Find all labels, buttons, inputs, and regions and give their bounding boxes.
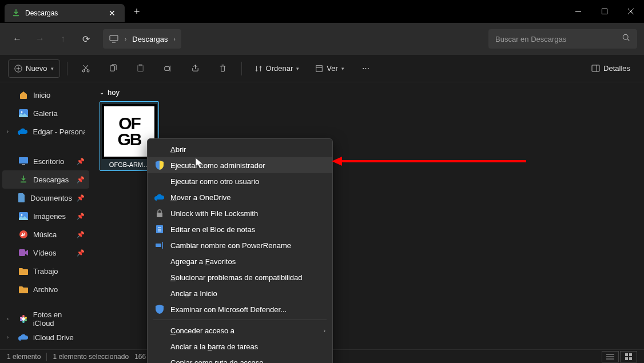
sidebar-item-icloud-photos[interactable]: › Fotos en iCloud [2, 310, 89, 328]
new-button[interactable]: Nuevo ▾ [8, 59, 60, 78]
sidebar-item-home[interactable]: Inicio [2, 86, 89, 104]
sidebar-label: Descargas [33, 175, 69, 184]
desktop-icon [18, 156, 29, 166]
ctx-defender[interactable]: Examinar con Microsoft Defender... [148, 301, 332, 317]
sort-button[interactable]: Ordenar ▾ [249, 59, 305, 78]
defender-icon [154, 304, 165, 314]
svg-rect-44 [156, 244, 161, 247]
group-header[interactable]: ⌄ hoy [100, 88, 636, 97]
ctx-pin-taskbar[interactable]: Anclar a la barra de tareas [148, 338, 332, 354]
ctx-label: Cambiar nombre con PowerRename [170, 241, 325, 250]
pin-icon: 📌 [77, 176, 85, 184]
folder-icon [18, 284, 29, 294]
sidebar-item-desktop[interactable]: Escritorio 📌 [2, 152, 89, 170]
pin-icon: 📌 [77, 249, 85, 257]
chevron-right-icon: › [7, 334, 14, 340]
new-tab-button[interactable]: + [134, 6, 140, 18]
svg-point-29 [21, 214, 23, 216]
more-button[interactable]: ⋯ [355, 59, 377, 78]
svg-rect-4 [110, 35, 118, 41]
svg-point-25 [21, 111, 23, 113]
ctx-edit-notepad[interactable]: Editar en el Bloc de notas [148, 221, 332, 237]
ctx-powerrename[interactable]: Cambiar nombre con PowerRename [148, 237, 332, 253]
tab-close-button[interactable]: ✕ [106, 7, 118, 19]
ctx-grant-access[interactable]: Conceder acceso a › [148, 322, 332, 338]
ctx-label: Examinar con Microsoft Defender... [170, 305, 325, 314]
pin-icon: 📌 [77, 158, 85, 165]
view-list-button[interactable] [602, 351, 619, 362]
svg-rect-18 [165, 67, 169, 71]
ctx-open[interactable]: Abrir [148, 141, 332, 157]
forward-button[interactable]: → [30, 29, 50, 49]
tab-title: Descargas [25, 9, 102, 17]
svg-line-13 [84, 65, 88, 70]
copy-button[interactable] [102, 59, 125, 78]
sidebar-item-downloads[interactable]: Descargas 📌 [2, 170, 89, 189]
svg-rect-1 [602, 9, 607, 14]
svg-point-12 [87, 70, 89, 72]
ctx-unlock[interactable]: Unlock with File Locksmith [148, 205, 332, 221]
share-button[interactable] [184, 59, 207, 78]
refresh-button[interactable]: ⟳ [75, 29, 96, 49]
back-button[interactable]: ← [7, 29, 27, 49]
status-count: 1 elemento [7, 353, 41, 361]
search-icon [622, 34, 630, 44]
ctx-run-admin[interactable]: Ejecutar como administrador [148, 157, 332, 173]
rename-button[interactable] [157, 59, 180, 78]
shield-icon [154, 160, 165, 170]
delete-button[interactable] [212, 59, 234, 78]
chevron-right-icon: › [324, 328, 325, 334]
sort-label: Ordenar [266, 64, 293, 73]
paste-button[interactable] [129, 59, 152, 78]
status-selected: 1 elemento seleccionado [53, 353, 129, 361]
context-menu: Abrir Ejecutar como administrador Ejecut… [147, 138, 333, 363]
onedrive-icon [154, 192, 165, 202]
maximize-button[interactable] [591, 0, 618, 23]
cut-button[interactable] [74, 59, 97, 78]
view-grid-button[interactable] [620, 351, 637, 362]
sidebar-item-gallery[interactable]: Galería [2, 104, 89, 122]
close-button[interactable] [618, 0, 644, 23]
svg-rect-31 [19, 249, 25, 256]
svg-rect-55 [629, 353, 632, 356]
address-bar[interactable]: › Descargas › [103, 29, 181, 49]
tab-descargas[interactable]: Descargas ✕ [5, 4, 125, 22]
svg-point-37 [20, 319, 22, 321]
sidebar-item-videos[interactable]: Vídeos 📌 [2, 244, 89, 262]
svg-rect-20 [316, 65, 323, 71]
svg-rect-56 [625, 357, 628, 360]
sidebar-label: Escritorio [33, 157, 64, 166]
ctx-copy-path[interactable]: Copiar como ruta de acceso [148, 354, 332, 363]
up-button[interactable]: ↑ [53, 29, 73, 49]
sidebar-label: Galería [33, 109, 58, 118]
ctx-run-other[interactable]: Ejecutar como otro usuario [148, 173, 332, 189]
sidebar-item-archive[interactable]: Archivo [2, 280, 89, 298]
documents-icon [17, 193, 26, 203]
ctx-compat[interactable]: Solucionar problemas de compatibilidad [148, 269, 332, 285]
sidebar-label: Documentos [30, 194, 72, 202]
separator [153, 320, 327, 320]
sidebar-item-icloud-drive[interactable]: › iCloud Drive [2, 328, 89, 346]
minimize-button[interactable] [565, 0, 591, 23]
svg-rect-39 [157, 213, 162, 217]
sidebar-item-images[interactable]: Imágenes 📌 [2, 207, 89, 225]
details-label: Detalles [603, 64, 630, 73]
details-pane-button[interactable]: Detalles [586, 59, 636, 78]
ctx-add-favorites[interactable]: Agregar a Favoritos [148, 253, 332, 269]
view-button[interactable]: Ver ▾ [309, 59, 350, 78]
search-input[interactable] [495, 35, 617, 43]
ctx-pin-start[interactable]: Anclar a Inicio [148, 285, 332, 301]
sidebar-label: Vídeos [33, 249, 56, 257]
sidebar-label: Música [33, 230, 57, 239]
chevron-right-icon: › [173, 36, 175, 42]
search-box[interactable] [488, 29, 637, 49]
sidebar-item-music[interactable]: Música 📌 [2, 225, 89, 244]
ctx-move-onedrive[interactable]: Mover a OneDrive [148, 189, 332, 205]
pin-icon: 📌 [77, 194, 85, 202]
download-icon [18, 174, 29, 185]
sidebar-item-work[interactable]: Trabajo [2, 262, 89, 280]
sidebar-label: Imágenes [33, 212, 66, 221]
svg-rect-22 [592, 65, 599, 71]
sidebar-item-documents[interactable]: Documentos 📌 [2, 189, 89, 207]
sidebar-item-personal[interactable]: › Edgar - Persona [2, 122, 89, 141]
